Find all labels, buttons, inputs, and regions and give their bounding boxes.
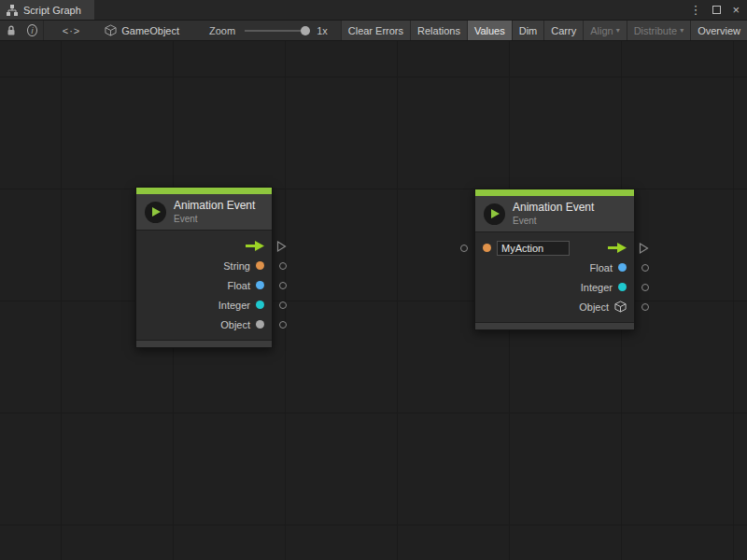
port-label: Object xyxy=(579,301,609,313)
window-titlebar: Script Graph ⋮ × xyxy=(0,0,747,21)
string-type-dot xyxy=(483,244,491,252)
tab-label: Script Graph xyxy=(23,5,81,16)
integer-type-dot xyxy=(256,301,264,309)
node-header[interactable]: Animation Event Event xyxy=(475,196,634,231)
node-accent-bar xyxy=(475,189,634,196)
graph-toolbar: i <·> GameObject Zoom 1x Clear Errors Re… xyxy=(0,21,747,41)
node-subtitle: Event xyxy=(174,214,255,224)
flow-arrow-icon xyxy=(608,243,627,253)
gameobject-icon xyxy=(105,24,117,36)
port-object-output[interactable] xyxy=(279,321,287,329)
values-button[interactable]: Values xyxy=(467,21,512,41)
action-name-input[interactable] xyxy=(497,241,570,256)
port-flow-output[interactable] xyxy=(276,240,287,252)
tab-script-graph[interactable]: Script Graph xyxy=(0,0,94,20)
node-animation-event-2[interactable]: Animation Event Event xyxy=(474,189,635,330)
distribute-label: Distribute xyxy=(634,25,677,36)
port-flow-output[interactable] xyxy=(639,242,649,254)
port-label: Float xyxy=(228,280,250,291)
distribute-button[interactable]: Distribute ▾ xyxy=(627,21,690,41)
node-header[interactable]: Animation Event Event xyxy=(136,194,272,230)
zoom-slider-handle[interactable] xyxy=(301,26,310,35)
port-row-integer: Integer xyxy=(136,295,272,315)
port-object-output[interactable] xyxy=(641,303,649,311)
port-action-input[interactable] xyxy=(460,245,468,252)
maximize-icon[interactable] xyxy=(712,6,721,14)
graph-canvas[interactable]: Animation Event Event Strin xyxy=(0,41,747,560)
node-body: String Float Integer Object xyxy=(136,230,272,340)
event-play-icon xyxy=(484,203,505,225)
port-float-output[interactable] xyxy=(641,264,649,272)
port-label: Float xyxy=(590,262,613,273)
zoom-label: Zoom xyxy=(209,25,235,36)
info-icon[interactable]: i xyxy=(27,24,37,36)
menu-icon[interactable]: ⋮ xyxy=(689,4,701,16)
flow-arrow-icon xyxy=(246,241,264,251)
port-integer-output[interactable] xyxy=(641,284,649,291)
align-button[interactable]: Align ▾ xyxy=(583,21,626,41)
toolbar-buttons: Clear Errors Relations Values Dim Carry … xyxy=(341,21,747,41)
port-row-integer: Integer xyxy=(475,277,634,297)
object-cube-icon xyxy=(614,301,627,313)
port-label: Integer xyxy=(581,282,613,293)
toolbar-separator xyxy=(43,21,44,41)
node-title: Animation Event xyxy=(174,200,255,212)
flow-output-row xyxy=(136,236,272,256)
node-animation-event-1[interactable]: Animation Event Event Strin xyxy=(135,187,273,348)
port-label: Object xyxy=(220,319,250,330)
code-icon[interactable]: <·> xyxy=(63,25,81,36)
zoom-value: 1x xyxy=(317,25,328,36)
object-type-dot xyxy=(256,320,264,329)
port-row-string: String xyxy=(136,256,272,275)
gameobject-label: GameObject xyxy=(121,25,179,36)
integer-type-dot xyxy=(618,283,627,291)
port-label: Integer xyxy=(218,300,250,311)
chevron-down-icon: ▾ xyxy=(680,26,684,35)
window-controls: ⋮ × xyxy=(689,0,747,20)
clear-errors-button[interactable]: Clear Errors xyxy=(341,21,410,41)
carry-button[interactable]: Carry xyxy=(543,21,583,41)
overview-button[interactable]: Overview xyxy=(690,21,747,41)
action-input-row xyxy=(475,238,634,258)
event-play-icon xyxy=(145,202,166,223)
port-label: String xyxy=(223,260,250,272)
chevron-down-icon: ▾ xyxy=(616,26,620,35)
float-type-dot xyxy=(256,281,264,289)
port-row-float: Float xyxy=(475,258,634,277)
port-integer-output[interactable] xyxy=(279,301,287,309)
port-row-float: Float xyxy=(136,275,272,295)
close-icon[interactable]: × xyxy=(732,4,740,16)
align-label: Align xyxy=(590,25,613,36)
node-subtitle: Event xyxy=(513,216,594,226)
node-footer xyxy=(136,340,272,347)
node-footer xyxy=(475,322,634,329)
float-type-dot xyxy=(618,263,627,272)
graph-icon xyxy=(7,5,18,16)
node-accent-bar xyxy=(136,188,272,194)
string-type-dot xyxy=(256,261,264,270)
port-float-output[interactable] xyxy=(279,282,287,289)
port-row-object: Object xyxy=(136,315,272,334)
dim-button[interactable]: Dim xyxy=(512,21,544,41)
zoom-slider[interactable] xyxy=(245,24,310,37)
port-string-output[interactable] xyxy=(279,262,287,270)
node-title: Animation Event xyxy=(513,202,594,214)
port-row-object: Object xyxy=(475,297,634,316)
relations-button[interactable]: Relations xyxy=(410,21,467,41)
node-body: Float Integer Object xyxy=(475,231,634,322)
lock-icon[interactable] xyxy=(7,25,16,36)
